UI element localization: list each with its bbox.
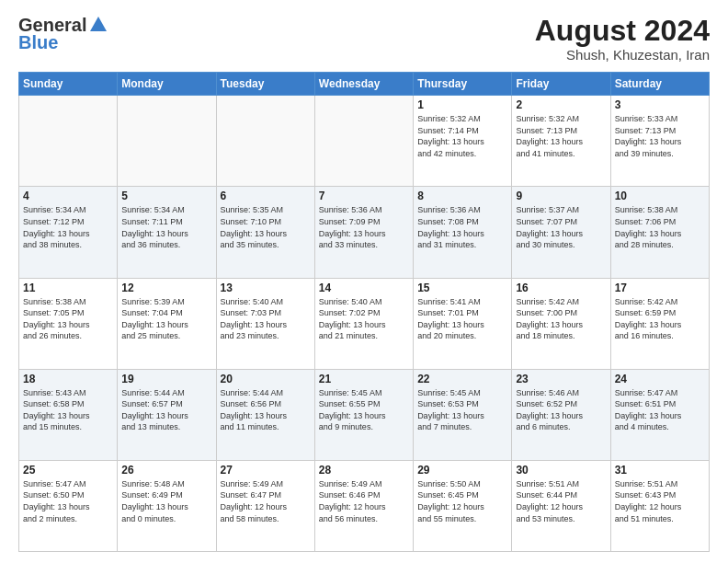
calendar-cell: 6Sunrise: 5:35 AM Sunset: 7:10 PM Daylig… [216, 187, 314, 278]
day-info: Sunrise: 5:49 AM Sunset: 6:47 PM Dayligh… [221, 478, 311, 524]
month-year: August 2024 [535, 15, 710, 47]
calendar-week-row: 25Sunrise: 5:47 AM Sunset: 6:50 PM Dayli… [19, 460, 710, 551]
day-number: 6 [221, 190, 311, 202]
calendar-cell: 11Sunrise: 5:38 AM Sunset: 7:05 PM Dayli… [19, 278, 118, 369]
location: Shush, Khuzestan, Iran [535, 47, 710, 63]
logo-icon [88, 15, 108, 35]
calendar-cell: 3Sunrise: 5:33 AM Sunset: 7:13 PM Daylig… [610, 96, 709, 187]
day-number: 21 [319, 373, 409, 385]
calendar-cell: 7Sunrise: 5:36 AM Sunset: 7:09 PM Daylig… [314, 187, 413, 278]
calendar-cell: 25Sunrise: 5:47 AM Sunset: 6:50 PM Dayli… [19, 460, 118, 551]
day-number: 4 [23, 190, 113, 202]
day-number: 13 [221, 282, 311, 294]
calendar-header-row: SundayMondayTuesdayWednesdayThursdayFrid… [19, 73, 710, 96]
logo-blue: Blue [18, 32, 58, 53]
calendar-week-row: 1Sunrise: 5:32 AM Sunset: 7:14 PM Daylig… [19, 96, 710, 187]
day-info: Sunrise: 5:38 AM Sunset: 7:05 PM Dayligh… [23, 296, 113, 342]
day-number: 5 [121, 190, 211, 202]
logo: General Blue [18, 15, 108, 53]
day-info: Sunrise: 5:32 AM Sunset: 7:13 PM Dayligh… [516, 113, 606, 159]
day-number: 1 [417, 98, 507, 111]
day-info: Sunrise: 5:50 AM Sunset: 6:45 PM Dayligh… [417, 478, 507, 524]
svg-marker-0 [90, 17, 107, 31]
calendar-cell: 20Sunrise: 5:44 AM Sunset: 6:56 PM Dayli… [216, 369, 314, 460]
calendar-cell: 30Sunrise: 5:51 AM Sunset: 6:44 PM Dayli… [512, 460, 610, 551]
day-info: Sunrise: 5:36 AM Sunset: 7:08 PM Dayligh… [417, 204, 507, 250]
calendar-cell: 12Sunrise: 5:39 AM Sunset: 7:04 PM Dayli… [118, 278, 216, 369]
calendar-cell: 2Sunrise: 5:32 AM Sunset: 7:13 PM Daylig… [512, 96, 610, 187]
day-info: Sunrise: 5:45 AM Sunset: 6:53 PM Dayligh… [417, 387, 507, 433]
day-number: 26 [121, 464, 211, 477]
calendar-cell: 8Sunrise: 5:36 AM Sunset: 7:08 PM Daylig… [414, 187, 512, 278]
day-info: Sunrise: 5:38 AM Sunset: 7:06 PM Dayligh… [615, 204, 705, 250]
day-number: 19 [121, 373, 211, 385]
calendar-cell: 28Sunrise: 5:49 AM Sunset: 6:46 PM Dayli… [314, 460, 413, 551]
calendar-cell: 31Sunrise: 5:51 AM Sunset: 6:43 PM Dayli… [610, 460, 709, 551]
day-number: 18 [23, 373, 113, 385]
day-info: Sunrise: 5:48 AM Sunset: 6:49 PM Dayligh… [121, 478, 211, 524]
day-info: Sunrise: 5:40 AM Sunset: 7:02 PM Dayligh… [319, 296, 409, 342]
calendar-cell: 26Sunrise: 5:48 AM Sunset: 6:49 PM Dayli… [118, 460, 216, 551]
day-number: 11 [23, 282, 113, 294]
col-header-saturday: Saturday [610, 73, 709, 96]
day-number: 7 [319, 190, 409, 202]
calendar-cell: 14Sunrise: 5:40 AM Sunset: 7:02 PM Dayli… [314, 278, 413, 369]
col-header-tuesday: Tuesday [216, 73, 314, 96]
day-number: 30 [516, 464, 606, 477]
calendar-cell: 5Sunrise: 5:34 AM Sunset: 7:11 PM Daylig… [118, 187, 216, 278]
calendar-cell: 18Sunrise: 5:43 AM Sunset: 6:58 PM Dayli… [19, 369, 118, 460]
title-block: August 2024 Shush, Khuzestan, Iran [535, 15, 710, 63]
day-info: Sunrise: 5:37 AM Sunset: 7:07 PM Dayligh… [516, 204, 606, 250]
day-info: Sunrise: 5:49 AM Sunset: 6:46 PM Dayligh… [319, 478, 409, 524]
day-info: Sunrise: 5:46 AM Sunset: 6:52 PM Dayligh… [516, 387, 606, 433]
day-number: 17 [615, 282, 705, 294]
day-number: 2 [516, 98, 606, 111]
day-number: 27 [221, 464, 311, 477]
day-number: 12 [121, 282, 211, 294]
day-info: Sunrise: 5:40 AM Sunset: 7:03 PM Dayligh… [221, 296, 311, 342]
calendar-cell: 21Sunrise: 5:45 AM Sunset: 6:55 PM Dayli… [314, 369, 413, 460]
day-info: Sunrise: 5:42 AM Sunset: 6:59 PM Dayligh… [615, 296, 705, 342]
col-header-wednesday: Wednesday [314, 73, 413, 96]
day-info: Sunrise: 5:36 AM Sunset: 7:09 PM Dayligh… [319, 204, 409, 250]
day-info: Sunrise: 5:44 AM Sunset: 6:57 PM Dayligh… [121, 387, 211, 433]
day-info: Sunrise: 5:43 AM Sunset: 6:58 PM Dayligh… [23, 387, 113, 433]
day-number: 10 [615, 190, 705, 202]
calendar-cell: 24Sunrise: 5:47 AM Sunset: 6:51 PM Dayli… [610, 369, 709, 460]
day-number: 16 [516, 282, 606, 294]
day-info: Sunrise: 5:33 AM Sunset: 7:13 PM Dayligh… [615, 113, 705, 159]
calendar-cell: 1Sunrise: 5:32 AM Sunset: 7:14 PM Daylig… [414, 96, 512, 187]
calendar-cell [314, 96, 413, 187]
calendar-cell: 4Sunrise: 5:34 AM Sunset: 7:12 PM Daylig… [19, 187, 118, 278]
day-info: Sunrise: 5:39 AM Sunset: 7:04 PM Dayligh… [121, 296, 211, 342]
calendar-table: SundayMondayTuesdayWednesdayThursdayFrid… [18, 72, 710, 552]
day-info: Sunrise: 5:35 AM Sunset: 7:10 PM Dayligh… [221, 204, 311, 250]
calendar-cell [216, 96, 314, 187]
col-header-sunday: Sunday [19, 73, 118, 96]
col-header-monday: Monday [118, 73, 216, 96]
header: General Blue August 2024 Shush, Khuzesta… [18, 15, 710, 63]
calendar-cell: 16Sunrise: 5:42 AM Sunset: 7:00 PM Dayli… [512, 278, 610, 369]
calendar-cell: 27Sunrise: 5:49 AM Sunset: 6:47 PM Dayli… [216, 460, 314, 551]
day-number: 23 [516, 373, 606, 385]
calendar-week-row: 11Sunrise: 5:38 AM Sunset: 7:05 PM Dayli… [19, 278, 710, 369]
calendar-cell: 22Sunrise: 5:45 AM Sunset: 6:53 PM Dayli… [414, 369, 512, 460]
calendar-cell: 23Sunrise: 5:46 AM Sunset: 6:52 PM Dayli… [512, 369, 610, 460]
day-info: Sunrise: 5:47 AM Sunset: 6:51 PM Dayligh… [615, 387, 705, 433]
day-info: Sunrise: 5:47 AM Sunset: 6:50 PM Dayligh… [23, 478, 113, 524]
day-number: 22 [417, 373, 507, 385]
day-number: 14 [319, 282, 409, 294]
day-info: Sunrise: 5:34 AM Sunset: 7:12 PM Dayligh… [23, 204, 113, 250]
day-number: 29 [417, 464, 507, 477]
day-number: 20 [221, 373, 311, 385]
calendar-cell: 13Sunrise: 5:40 AM Sunset: 7:03 PM Dayli… [216, 278, 314, 369]
calendar-cell: 10Sunrise: 5:38 AM Sunset: 7:06 PM Dayli… [610, 187, 709, 278]
day-number: 24 [615, 373, 705, 385]
day-number: 9 [516, 190, 606, 202]
day-info: Sunrise: 5:44 AM Sunset: 6:56 PM Dayligh… [221, 387, 311, 433]
day-number: 31 [615, 464, 705, 477]
calendar-cell: 29Sunrise: 5:50 AM Sunset: 6:45 PM Dayli… [414, 460, 512, 551]
day-number: 8 [417, 190, 507, 202]
calendar-cell: 15Sunrise: 5:41 AM Sunset: 7:01 PM Dayli… [414, 278, 512, 369]
day-number: 3 [615, 98, 705, 111]
